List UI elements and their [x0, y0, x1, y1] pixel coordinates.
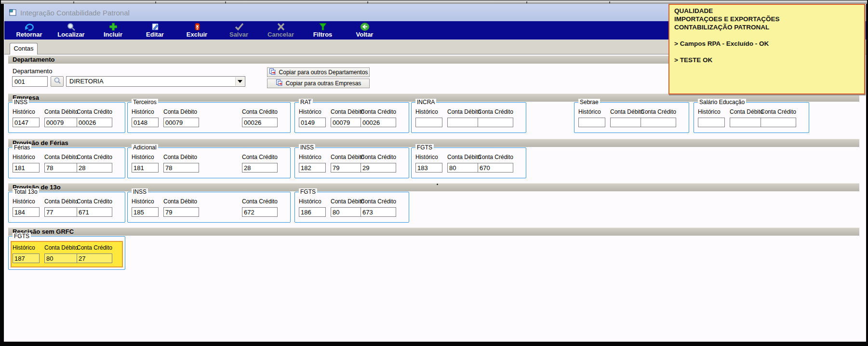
group-title: Salário Educação — [698, 99, 746, 106]
copy-departamentos-button[interactable]: Copiar para outros Departamentos — [267, 67, 370, 77]
combobox-arrow[interactable] — [235, 77, 244, 86]
historico-input[interactable] — [13, 118, 40, 127]
historico-input[interactable] — [698, 118, 725, 127]
historico-input[interactable] — [415, 163, 442, 173]
field-conta-credito: Conta Crédito — [242, 154, 284, 177]
conta-debito-input[interactable] — [163, 163, 199, 173]
plus-icon — [109, 22, 118, 31]
toolbar-button-cancelar[interactable]: Cancelar — [260, 22, 302, 39]
historico-input[interactable] — [132, 207, 159, 217]
copy-icon — [276, 79, 283, 88]
conta-credito-input[interactable] — [478, 118, 513, 127]
departamento-code-input[interactable] — [12, 76, 48, 87]
group-13o-total: Total 13o Histórico Conta Débito Conta C… — [8, 192, 125, 223]
conta-credito-input[interactable] — [77, 163, 112, 173]
note-line — [674, 48, 859, 56]
field-conta-credito: Conta Crédito — [77, 244, 119, 267]
toolbar-button-incluir[interactable]: Incluir — [92, 22, 134, 39]
group-ferias-inss: INSS Histórico Conta Débito Conta Crédit… — [294, 147, 409, 178]
toolbar-label: Excluir — [187, 31, 207, 38]
historico-input[interactable] — [299, 207, 326, 217]
toolbar-label: Incluir — [104, 31, 122, 38]
departamento-lookup-button[interactable] — [51, 76, 64, 87]
conta-debito-input[interactable] — [730, 118, 765, 127]
tab-contas[interactable]: Contas — [10, 43, 38, 54]
sticky-note: QUALIDADE IMPORTAÇOES E EXPORTAÇÕES CONT… — [668, 4, 865, 94]
conta-credito-input[interactable] — [77, 207, 112, 217]
conta-debito-input[interactable] — [44, 253, 80, 263]
field-historico: Histórico — [415, 154, 446, 177]
conta-debito-input[interactable] — [163, 118, 199, 127]
group-title: Total 13o — [13, 188, 39, 195]
section-bar-rescisao: Rescisão sem GRFC — [8, 227, 859, 236]
field-conta-credito: Conta Crédito — [761, 108, 803, 132]
group-ferias-ferias: Férias Histórico Conta Débito Conta Créd… — [8, 147, 125, 178]
conta-credito-input[interactable] — [242, 163, 278, 173]
desktop: Integração Contabilidade Patronal Retorn… — [0, 0, 868, 346]
field-conta-credito: Conta Crédito — [77, 154, 119, 177]
toolbar-label: Retornar — [16, 31, 42, 38]
group-rescisao-fgts: FGTS Histórico Conta Débito Conta Crédit… — [8, 236, 125, 270]
toolbar-button-localizar[interactable]: Localizar — [50, 22, 92, 39]
field-conta-credito: Conta Crédito — [242, 198, 284, 221]
conta-credito-input[interactable] — [242, 118, 278, 127]
group-empresa-inss: INSS Histórico Conta Débito Conta Crédit… — [8, 102, 125, 133]
ferias-group-row: Férias Histórico Conta Débito Conta Créd… — [4, 147, 866, 182]
group-title: FGTS — [299, 188, 317, 195]
ruler-tick — [367, 1, 368, 3]
historico-input[interactable] — [13, 163, 40, 173]
toolbar-button-filtros[interactable]: Filtros — [302, 22, 344, 39]
toolbar-label: Cancelar — [267, 31, 294, 38]
group-title: INSS — [13, 99, 29, 106]
note-line — [674, 31, 859, 40]
conta-debito-input[interactable] — [44, 207, 80, 217]
conta-debito-input[interactable] — [44, 163, 80, 173]
conta-credito-input[interactable] — [361, 118, 396, 127]
field-historico: Histórico — [13, 154, 43, 177]
toolbar-button-retornar[interactable]: Retornar — [8, 22, 50, 39]
historico-input[interactable] — [132, 118, 159, 127]
toolbar-button-editar[interactable]: Editar — [134, 22, 176, 39]
field-conta-debito: Conta Débito — [163, 108, 206, 132]
group-13o-fgts: FGTS Histórico Conta Débito Conta Crédit… — [294, 192, 409, 223]
conta-credito-input[interactable] — [242, 207, 278, 217]
contas-page: Departamento Departamento DIRETORIA Copi… — [4, 54, 866, 342]
field-conta-credito: Conta Crédito — [77, 108, 119, 132]
field-conta-credito: Conta Crédito — [361, 108, 403, 132]
toolbar-button-voltar[interactable]: Voltar — [344, 22, 386, 39]
historico-input[interactable] — [13, 207, 40, 217]
group-empresa-salario-educacao: Salário Educação Histórico Conta Débito … — [694, 102, 809, 133]
historico-input[interactable] — [415, 118, 442, 127]
filter-icon — [318, 22, 328, 31]
field-conta-credito: Conta Crédito — [361, 198, 403, 221]
group-title: FGTS — [13, 233, 31, 240]
conta-credito-input[interactable] — [761, 118, 796, 127]
conta-credito-input[interactable] — [77, 118, 112, 127]
field-historico: Histórico — [132, 198, 162, 221]
toolbar-button-excluir[interactable]: Excluir — [176, 22, 218, 39]
historico-input[interactable] — [299, 118, 326, 127]
historico-input[interactable] — [132, 163, 159, 173]
historico-input[interactable] — [578, 118, 605, 127]
ruler-tick — [73, 1, 74, 3]
conta-credito-input[interactable] — [361, 207, 396, 217]
conta-debito-input[interactable] — [163, 207, 199, 217]
departamento-combobox[interactable]: DIRETORIA — [66, 76, 245, 87]
conta-credito-input[interactable] — [77, 253, 112, 263]
group-title: Férias — [13, 144, 31, 151]
ruler-tick — [155, 1, 156, 3]
conta-credito-input[interactable] — [641, 118, 676, 127]
background-window-edge — [1, 0, 867, 4]
group-title: INSS — [132, 188, 148, 195]
conta-credito-input[interactable] — [361, 163, 396, 173]
toolbar-label: Editar — [146, 31, 164, 38]
window-title: Integração Contabilidade Patronal — [20, 9, 130, 17]
historico-input[interactable] — [13, 253, 40, 263]
field-historico: Histórico — [132, 108, 162, 132]
conta-credito-input[interactable] — [478, 163, 513, 173]
stray-dot — [437, 184, 438, 185]
historico-input[interactable] — [299, 163, 326, 173]
conta-debito-input[interactable] — [44, 118, 80, 127]
toolbar-button-salvar[interactable]: Salvar — [218, 22, 260, 39]
copy-empresas-button[interactable]: Copiar para outras Empresas — [267, 79, 370, 88]
